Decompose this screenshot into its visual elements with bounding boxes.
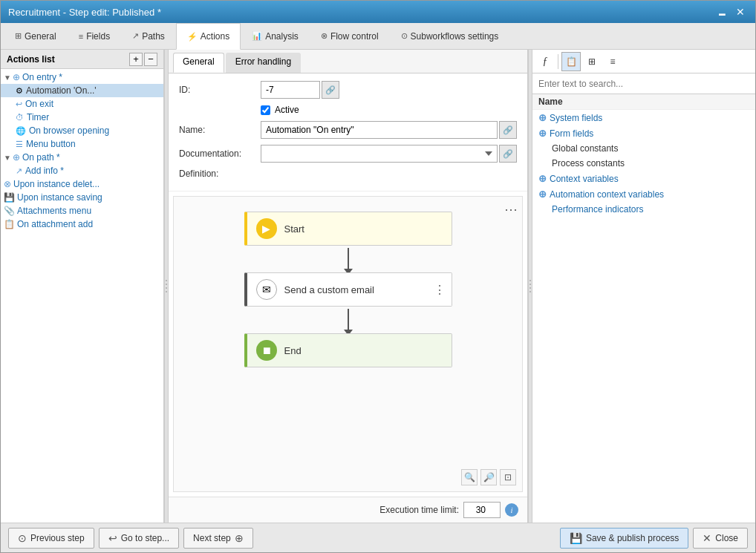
tree-item-on-browser[interactable]: 🌐 On browser opening: [1, 124, 163, 137]
upon-delete-label: Upon instance delet...: [13, 179, 100, 189]
tab-paths-label: Paths: [142, 31, 165, 42]
zoom-in-button[interactable]: 🔍: [461, 469, 478, 485]
end-label: End: [284, 345, 302, 356]
name-action-button[interactable]: 🔗: [499, 121, 517, 139]
tree-item-timer[interactable]: ⏱ Timer: [1, 111, 163, 124]
tree-item-on-attachment[interactable]: 📋 On attachment add: [1, 217, 163, 231]
actions-list-controls: + −: [129, 53, 157, 66]
right-toolbar: ƒ 📋 ⊞ ≡: [532, 50, 755, 73]
save-publish-button[interactable]: 💾 Save & publish process: [560, 528, 688, 549]
sub-tab-general-label: General: [183, 56, 215, 67]
right-item-global-constants[interactable]: Global constants: [532, 141, 755, 156]
tab-fields[interactable]: ≡ Fields: [68, 23, 121, 49]
next-step-button[interactable]: Next step ⊕: [183, 528, 253, 549]
right-item-system-fields[interactable]: ⊕ System fields: [532, 110, 755, 125]
right-item-process-constants[interactable]: Process constants: [532, 156, 755, 171]
documentation-select[interactable]: [261, 145, 498, 163]
tab-general-label: General: [25, 31, 56, 42]
menu-btn-icon: ☰: [16, 140, 23, 149]
right-item-form-fields[interactable]: ⊕ Form fields: [532, 125, 755, 141]
right-item-automation-context[interactable]: ⊕ Automation context variables: [532, 186, 755, 202]
right-item-performance[interactable]: Performance indicators: [532, 202, 755, 217]
active-checkbox[interactable]: [261, 105, 270, 115]
tree-item-on-entry[interactable]: ▼ ⊕ On entry *: [1, 71, 163, 84]
id-action-button[interactable]: 🔗: [322, 81, 339, 99]
right-tree-header: Name: [532, 94, 755, 110]
sub-tab-error-label: Error handling: [235, 56, 291, 67]
info-icon[interactable]: i: [505, 503, 518, 517]
list-button[interactable]: ≡: [603, 52, 622, 71]
tab-actions[interactable]: ⚡ Actions: [176, 23, 241, 50]
upon-saving-icon: 💾: [4, 192, 15, 203]
tab-general[interactable]: ⊞ General: [4, 23, 68, 49]
name-input[interactable]: [261, 121, 498, 139]
tab-flow-control[interactable]: ⊗ Flow control: [310, 23, 390, 49]
left-panel: Actions list + − ▼ ⊕ On entry * ⚙ Automa…: [1, 50, 164, 523]
go-to-step-button[interactable]: ↩ Go to step...: [99, 528, 179, 549]
minimize-button[interactable]: 🗕: [714, 6, 730, 18]
close-button[interactable]: ✕: [733, 6, 748, 18]
formula-button[interactable]: ƒ: [535, 52, 555, 71]
tree-item-menu-btn[interactable]: ☰ Menu button: [1, 137, 163, 151]
right-panel: ƒ 📋 ⊞ ≡ Name: [532, 50, 755, 523]
tab-subworkflows[interactable]: ⊙ Subworkflows settings: [390, 23, 510, 49]
close-button[interactable]: ✕ Close: [693, 528, 748, 549]
title-bar-controls: 🗕 ✕: [714, 6, 748, 18]
right-tree: ⊕ System fields ⊕ Form fields Global con…: [532, 110, 755, 523]
tree-item-add-info[interactable]: ↗ Add info *: [1, 164, 163, 177]
end-icon: ⏹: [256, 340, 277, 361]
id-input[interactable]: [261, 81, 320, 99]
previous-step-button[interactable]: ⊙ Previous step: [8, 528, 94, 549]
flow-canvas-inner: ▶ Start ✉ Send a custom email ⋮: [174, 197, 522, 491]
toolbar-separator: [558, 54, 558, 69]
actions-list-content: ▼ ⊕ On entry * ⚙ Automation 'On...' ↩ On…: [1, 69, 163, 523]
actions-list-header: Actions list + −: [1, 50, 163, 69]
tree-item-attachments[interactable]: 📎 Attachments menu: [1, 204, 163, 217]
flow-node-end[interactable]: ⏹ End: [244, 333, 452, 367]
attachments-icon: 📎: [4, 206, 15, 216]
zoom-out-button[interactable]: 🔎: [480, 469, 497, 485]
execution-input[interactable]: [463, 502, 501, 518]
on-attachment-label: On attachment add: [17, 219, 93, 229]
sub-tab-general[interactable]: General: [173, 53, 224, 73]
expand-form-icon: ⊕: [538, 128, 547, 139]
right-search-input[interactable]: [532, 73, 755, 94]
performance-label: Performance indicators: [552, 204, 643, 215]
definition-label: Definition:: [179, 168, 517, 179]
tree-item-automation[interactable]: ⚙ Automation 'On...': [1, 84, 163, 97]
zoom-out-icon: 🔎: [483, 472, 495, 482]
tree-item-on-path[interactable]: ▼ ⊕ On path *: [1, 151, 163, 164]
action-label: Send a custom email: [284, 284, 374, 295]
remove-action-button[interactable]: −: [144, 53, 157, 66]
timer-icon: ⏱: [16, 113, 24, 122]
sub-tab-error[interactable]: Error handling: [226, 53, 301, 73]
tree-item-upon-saving[interactable]: 💾 Upon instance saving: [1, 191, 163, 204]
go-to-step-label: Go to step...: [121, 533, 169, 543]
documentation-label: Documentation:: [179, 148, 261, 159]
fit-button[interactable]: ⊡: [500, 469, 516, 485]
right-item-context-vars[interactable]: ⊕ Context variables: [532, 171, 755, 186]
id-row: ID: 🔗: [179, 81, 517, 99]
values-button[interactable]: 📋: [561, 52, 581, 71]
tab-analysis-label: Analysis: [265, 31, 299, 42]
flow-node-start[interactable]: ▶ Start: [244, 212, 452, 246]
node-menu-icon[interactable]: ⋮: [434, 283, 446, 297]
sub-tab-bar: General Error handling: [169, 50, 527, 73]
table-button[interactable]: ⊞: [582, 52, 602, 71]
form-fields-label: Form fields: [550, 128, 593, 139]
documentation-action-button[interactable]: 🔗: [499, 145, 517, 163]
on-attachment-icon: 📋: [4, 219, 15, 229]
previous-step-label: Previous step: [30, 533, 85, 543]
tab-paths[interactable]: ↗ Paths: [121, 23, 176, 49]
tree-item-upon-delete[interactable]: ⊗ Upon instance delet...: [1, 177, 163, 191]
tree-item-on-exit[interactable]: ↩ On exit: [1, 97, 163, 111]
tab-analysis[interactable]: 📊 Analysis: [241, 23, 310, 49]
zoom-in-icon: 🔍: [464, 472, 475, 482]
arrow-line-1: [348, 248, 349, 270]
flow-node-action[interactable]: ✉ Send a custom email ⋮: [244, 272, 452, 307]
prev-step-icon: ⊙: [18, 532, 27, 544]
add-action-button[interactable]: +: [129, 53, 143, 66]
process-constants-label: Process constants: [552, 158, 625, 168]
tab-sub-icon: ⊙: [401, 31, 408, 41]
save-publish-label: Save & publish process: [586, 533, 679, 543]
